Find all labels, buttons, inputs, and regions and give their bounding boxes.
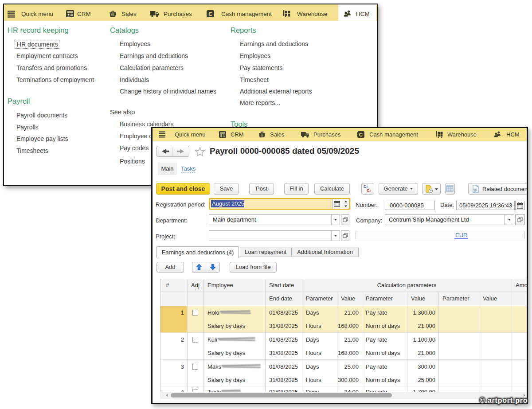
svg-text:© artport.pro: © artport.pro xyxy=(480,397,528,404)
svg-text:C: C xyxy=(359,132,363,137)
svg-text:C: C xyxy=(208,11,212,17)
